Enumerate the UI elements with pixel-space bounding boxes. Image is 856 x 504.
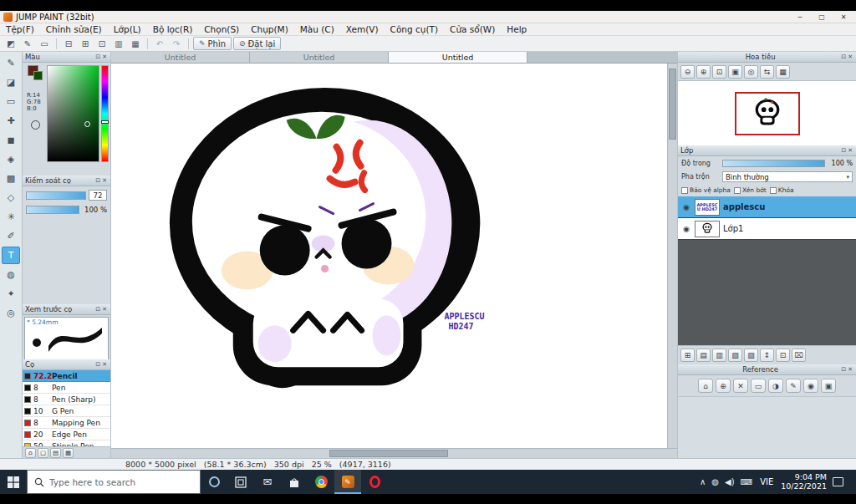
menu-edit[interactable]: Chỉnh sửa(E) (40, 24, 108, 34)
taskbar-search[interactable] (27, 470, 201, 494)
touch-keyboard-icon[interactable]: ⌨ (741, 477, 752, 486)
transparent-color-button[interactable] (31, 120, 40, 130)
layout-right-icon[interactable]: ⊡ (94, 37, 110, 50)
float-icon[interactable]: ⊡ (840, 366, 847, 373)
language-indicator[interactable]: VIE (758, 477, 775, 486)
brush-row[interactable]: 8 Pen (23, 382, 110, 394)
float-icon[interactable]: ⊡ (94, 177, 101, 184)
brush-row[interactable]: 8 Mapping Pen (23, 417, 110, 429)
layer-row-selected[interactable]: ◉ APPLESCU HD247 applescu (678, 196, 856, 218)
store-app-button[interactable] (281, 470, 308, 494)
document-tab[interactable]: Untitled (250, 52, 389, 63)
clear-icon[interactable]: ✕ (733, 379, 748, 393)
brush-size-slider[interactable] (26, 191, 86, 200)
pen-mode-button[interactable]: ✎ Phìn (193, 37, 232, 50)
layout-left-icon[interactable]: ⊟ (61, 37, 76, 50)
hue-slider[interactable] (101, 65, 109, 162)
lock-checkbox[interactable]: Khóa (770, 186, 794, 194)
menu-tools[interactable]: Công cụ(T) (385, 24, 444, 34)
layer-opacity-slider[interactable] (722, 160, 825, 167)
blend-mode-select[interactable]: Bình thường ▾ (722, 171, 853, 182)
zoom-out-icon[interactable]: ⊖ (680, 65, 695, 79)
navigator-preview[interactable] (678, 81, 856, 145)
clipping-checkbox[interactable]: Xén bớt (734, 186, 767, 194)
menu-window[interactable]: Cửa sổ(W) (444, 24, 501, 34)
close-icon[interactable]: ✕ (101, 177, 108, 184)
vertical-scroll-thumb[interactable] (669, 69, 676, 140)
brush-row[interactable]: 50 Stipple Pen (23, 440, 110, 446)
delete-layer-icon[interactable]: ⌧ (792, 349, 806, 362)
wand-tool[interactable]: ✳ (2, 208, 20, 226)
close-icon[interactable]: ✕ (101, 361, 108, 368)
hand-tool[interactable]: ✦ (2, 285, 20, 303)
start-button[interactable] (0, 470, 27, 494)
task-view-button[interactable] (227, 470, 254, 494)
close-icon[interactable]: ✕ (847, 366, 853, 373)
canvas-drawing-area[interactable]: APPLESCU HD247 (111, 64, 667, 448)
redo-icon[interactable]: ↷ (169, 37, 184, 50)
brush-row[interactable]: 20 Edge Pen (23, 429, 110, 440)
layer-settings-icon[interactable]: ⊡ (776, 349, 790, 362)
visibility-eye-icon[interactable]: ◉ (681, 225, 691, 233)
menu-help[interactable]: Help (501, 24, 532, 34)
cortana-button[interactable] (201, 470, 227, 494)
canvas-icon[interactable]: ▢ (38, 448, 48, 458)
target-icon[interactable]: ◉ (803, 379, 818, 393)
document-tab[interactable]: Untitled (111, 52, 250, 63)
undo-icon[interactable]: ↶ (152, 37, 167, 50)
new-layer-icon[interactable]: ⊞ (680, 349, 695, 362)
menu-layer[interactable]: Lớp(L) (108, 24, 147, 34)
palette-icon[interactable]: ◩ (3, 37, 18, 50)
eraser-tool[interactable]: ◪ (2, 74, 20, 91)
fit-window-icon[interactable]: ⊡ (712, 65, 726, 79)
network-icon[interactable]: ◍ (711, 477, 719, 486)
comment-icon[interactable]: ▭ (37, 37, 52, 50)
search-input[interactable] (49, 477, 175, 487)
eyedropper-tool[interactable]: ◍ (2, 266, 20, 283)
brush-size-value[interactable]: 72 (89, 190, 107, 201)
materials-icon[interactable]: ▦ (63, 448, 74, 458)
horizontal-scroll-thumb[interactable] (329, 450, 448, 457)
tone-icon[interactable]: ◑ (768, 379, 783, 393)
actual-size-icon[interactable]: ▣ (728, 65, 742, 79)
menu-select[interactable]: Chọn(S) (198, 24, 245, 34)
layout-rows-icon[interactable]: ▥ (111, 37, 126, 50)
brush-row[interactable]: 8 Pen (Sharp) (23, 394, 110, 405)
move-tool[interactable]: ✚ (2, 112, 20, 130)
brush-row[interactable]: 72.2 Pencil (23, 370, 110, 382)
reorder-icon[interactable]: ↕ (760, 349, 774, 362)
frame-icon[interactable]: ▭ (751, 379, 766, 393)
close-icon[interactable]: ✕ (847, 53, 853, 60)
maximize-button[interactable]: ▢ (811, 11, 833, 23)
fill-tool[interactable]: ◼ (2, 131, 20, 149)
brush-settings-icon[interactable]: ✎ (20, 37, 35, 50)
float-icon[interactable]: ⊡ (840, 147, 847, 154)
menu-snap[interactable]: Chụp(M) (245, 24, 294, 34)
navigator-view-rectangle[interactable] (735, 92, 800, 135)
menu-view[interactable]: Xem(V) (340, 24, 385, 34)
menu-filter[interactable]: Bộ lọc(R) (147, 24, 199, 34)
duplicate-layer-icon[interactable]: ▥ (712, 349, 726, 362)
close-icon[interactable]: ✕ (847, 147, 853, 154)
float-icon[interactable]: ⊡ (94, 306, 101, 313)
gradient-tool[interactable]: ▩ (2, 170, 20, 187)
reset-view-icon[interactable]: ◎ (744, 65, 758, 79)
mail-app-button[interactable]: ✉ (254, 470, 281, 494)
alpha-protect-checkbox[interactable]: Bảo vệ alpha (681, 186, 731, 194)
menu-color[interactable]: Màu (C) (294, 24, 340, 34)
menu-file[interactable]: Tệp(F) (0, 24, 40, 34)
chrome-app-button[interactable] (308, 470, 334, 494)
clipping-icon[interactable]: ▧ (728, 349, 742, 362)
action-center-icon[interactable] (833, 477, 843, 486)
merge-icon[interactable]: ▨ (744, 349, 758, 362)
close-icon[interactable]: ✕ (101, 306, 108, 313)
zoom-in-icon[interactable]: ⊕ (696, 65, 711, 79)
float-icon[interactable]: ⊡ (94, 53, 101, 60)
pen-icon[interactable]: ✎ (786, 379, 801, 393)
options-icon[interactable]: ▦ (776, 65, 790, 79)
document-tab-active[interactable]: Untitled (389, 52, 527, 63)
layout-grid-icon[interactable]: ⊞ (78, 37, 93, 50)
color-swatches[interactable] (28, 65, 43, 80)
pen-tool[interactable]: ✎ (2, 54, 20, 72)
saturation-value-picker[interactable] (47, 65, 99, 162)
